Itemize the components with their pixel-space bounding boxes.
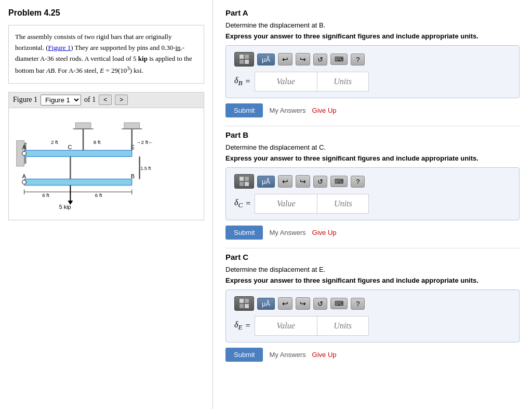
part-b-undo-button[interactable]: ↩ <box>278 175 292 188</box>
svg-rect-46 <box>240 304 244 308</box>
svg-rect-37 <box>245 55 249 59</box>
part-b-toolbar: μÅ ↩ ↪ ↺ ⌨ ? <box>234 174 511 189</box>
part-c-instruction: Express your answer to three significant… <box>225 276 520 284</box>
svg-text:A: A <box>22 173 26 179</box>
part-b-mu-button[interactable]: μÅ <box>257 176 275 188</box>
part-c-my-answers-link[interactable]: My Answers <box>269 351 305 359</box>
part-b-refresh-button[interactable]: ↺ <box>313 176 327 188</box>
part-b-help-button[interactable]: ? <box>351 176 365 188</box>
figure-label: Figure 1 <box>13 96 37 104</box>
svg-rect-19 <box>24 179 132 186</box>
part-a-submit-button[interactable]: Submit <box>225 103 263 117</box>
part-a-grid-icon[interactable] <box>234 52 254 67</box>
right-panel: Part A Determine the displacement at B. … <box>213 0 532 409</box>
part-c-grid-icon[interactable] <box>234 296 254 311</box>
svg-text:1.5 ft: 1.5 ft <box>141 166 151 171</box>
part-b-units-input[interactable] <box>317 194 369 214</box>
svg-rect-41 <box>245 177 249 181</box>
part-a-value-input[interactable] <box>255 72 317 91</box>
figure-next-button[interactable]: > <box>115 95 128 105</box>
part-b-keyboard-button[interactable]: ⌨ <box>330 176 348 187</box>
part-c-keyboard-button[interactable]: ⌨ <box>330 298 348 309</box>
svg-rect-36 <box>240 55 244 59</box>
part-a-subtitle: Determine the displacement at B. <box>225 21 520 29</box>
svg-text:B: B <box>131 173 135 179</box>
svg-rect-40 <box>240 177 244 181</box>
part-c-equals: = <box>246 321 250 331</box>
figure-box: Figure 1 Figure 1 of 1 < > A C E <box>8 92 204 220</box>
svg-point-22 <box>22 180 26 184</box>
svg-text:8 ft: 8 ft <box>94 140 101 146</box>
figure-prev-button[interactable]: < <box>99 95 112 105</box>
part-a-mu-button[interactable]: μÅ <box>257 54 275 65</box>
svg-text:6 ft: 6 ft <box>42 192 49 198</box>
part-a-answer-box: μÅ ↩ ↪ ↺ ⌨ ? δB = <box>225 45 520 98</box>
part-a-refresh-button[interactable]: ↺ <box>313 54 327 65</box>
part-a-keyboard-button[interactable]: ⌨ <box>330 54 348 65</box>
svg-text:6 ft: 6 ft <box>95 192 102 198</box>
part-a-help-button[interactable]: ? <box>351 54 365 65</box>
part-c-input-row: δE = <box>234 316 511 336</box>
part-c-refresh-button[interactable]: ↺ <box>313 298 327 310</box>
part-b-grid-icon[interactable] <box>234 174 254 189</box>
part-c-undo-button[interactable]: ↩ <box>278 297 292 310</box>
part-a-my-answers-link[interactable]: My Answers <box>269 107 305 114</box>
svg-rect-38 <box>240 60 244 64</box>
part-a-toolbar: μÅ ↩ ↪ ↺ ⌨ ? <box>234 52 511 67</box>
svg-rect-42 <box>240 182 244 186</box>
part-b-input-row: δC = <box>234 194 511 214</box>
figure-diagram: A C E F 2 ft D 8 ft <box>9 112 204 216</box>
part-b-redo-button[interactable]: ↪ <box>296 175 310 188</box>
part-b-give-up-link[interactable]: Give Up <box>312 229 337 236</box>
figure-selector[interactable]: Figure 1 <box>41 95 81 105</box>
part-b-answer-box: μÅ ↩ ↪ ↺ ⌨ ? δC = <box>225 167 520 220</box>
part-a-redo-button[interactable]: ↪ <box>296 53 310 65</box>
problem-description: The assembly consists of two rigid bars … <box>8 25 204 84</box>
part-b-value-input[interactable] <box>255 194 317 214</box>
part-a-give-up-link[interactable]: Give Up <box>312 107 337 114</box>
part-c-submit-button[interactable]: Submit <box>225 348 263 362</box>
part-c-delta-label: δE <box>234 320 243 332</box>
part-a-delta-label: δB <box>234 76 243 87</box>
part-c-redo-button[interactable]: ↪ <box>296 297 310 310</box>
part-b-title: Part B <box>225 130 520 139</box>
svg-text:C: C <box>68 144 72 150</box>
part-b-subtitle: Determine the displacement at C. <box>225 143 520 151</box>
part-c-submit-row: Submit My Answers Give Up <box>225 348 520 362</box>
part-b-equals: = <box>246 199 250 208</box>
svg-text:2 ft: 2 ft <box>51 140 58 146</box>
part-a-equals: = <box>246 77 250 86</box>
svg-text:A: A <box>22 144 26 150</box>
figure-link[interactable]: Figure 1 <box>48 44 71 51</box>
svg-rect-43 <box>245 182 249 186</box>
left-panel: Problem 4.25 The assembly consists of tw… <box>0 0 213 409</box>
svg-rect-45 <box>245 299 249 303</box>
part-c-title: Part C <box>225 253 520 261</box>
part-c-units-input[interactable] <box>317 316 369 336</box>
svg-rect-44 <box>240 299 244 303</box>
svg-rect-10 <box>75 123 91 129</box>
part-c-mu-button[interactable]: μÅ <box>257 298 275 310</box>
part-b-instruction: Express your answer to three significant… <box>225 154 520 162</box>
part-a-undo-button[interactable]: ↩ <box>278 53 292 65</box>
part-a-instruction: Express your answer to three significant… <box>225 32 520 40</box>
svg-rect-47 <box>245 304 249 308</box>
svg-text:5 kip: 5 kip <box>59 204 71 210</box>
svg-rect-39 <box>245 60 249 64</box>
part-b-section: Part B Determine the displacement at C. … <box>225 130 520 248</box>
svg-text:→2 ft←: →2 ft← <box>136 140 153 146</box>
part-c-section: Part C Determine the displacement at E. … <box>225 253 520 370</box>
svg-point-7 <box>22 151 26 155</box>
part-a-submit-row: Submit My Answers Give Up <box>225 103 520 117</box>
part-c-help-button[interactable]: ? <box>351 298 365 310</box>
part-a-units-input[interactable] <box>317 72 369 91</box>
part-a-title: Part A <box>225 8 520 17</box>
figure-image: A C E F 2 ft D 8 ft <box>9 108 204 220</box>
svg-rect-3 <box>24 150 132 156</box>
of-label: of 1 <box>84 96 96 104</box>
part-c-value-input[interactable] <box>255 316 317 336</box>
part-b-submit-button[interactable]: Submit <box>225 226 263 240</box>
part-b-my-answers-link[interactable]: My Answers <box>269 229 305 236</box>
part-c-give-up-link[interactable]: Give Up <box>312 351 337 359</box>
figure-header: Figure 1 Figure 1 of 1 < > <box>9 93 204 108</box>
